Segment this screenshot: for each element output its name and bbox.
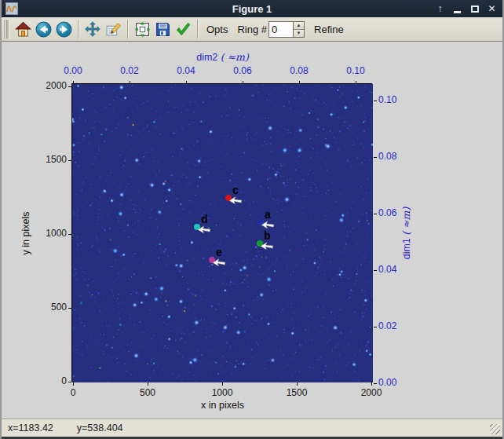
right-axis-tickmark xyxy=(374,327,377,327)
top-axis-tickmark xyxy=(299,81,300,84)
top-axis-tick: 0.00 xyxy=(56,65,90,76)
toolbar: Opts Ring # ▲ ▼ Refine xyxy=(2,17,502,42)
right-axis-tick: 0.10 xyxy=(378,94,396,105)
cursor-y-readout: y=538.404 xyxy=(77,423,123,434)
bottom-axis-tick: 1500 xyxy=(279,387,314,398)
bottom-axis-tick: 0 xyxy=(56,387,90,398)
toolbar-separator xyxy=(197,20,198,38)
bottom-axis-tickmark xyxy=(148,382,148,386)
refine-label[interactable]: Refine xyxy=(314,24,344,35)
ring-number-label: Ring # xyxy=(237,24,267,35)
maximize-icon xyxy=(471,5,479,13)
shade-button[interactable]: ↑ xyxy=(434,2,446,15)
left-axis-tickmark xyxy=(68,86,71,87)
bottom-axis-tick: 1000 xyxy=(205,387,239,398)
check-icon xyxy=(174,20,192,38)
right-axis-tick: 0.00 xyxy=(378,377,396,388)
top-axis-tickmark xyxy=(243,81,243,84)
edit-button[interactable] xyxy=(103,19,123,39)
top-axis-tick: 0.02 xyxy=(112,65,147,76)
right-axis-tickmark xyxy=(374,383,377,384)
bottom-axis-tickmark xyxy=(371,382,372,386)
cursor-x-readout: x=1183.42 xyxy=(8,423,53,434)
bottom-axis-label: x in pixels xyxy=(201,400,244,411)
top-axis-tick: 0.06 xyxy=(225,65,260,76)
minimize-icon xyxy=(454,11,461,13)
opts-label[interactable]: Opts xyxy=(206,24,228,35)
control-point-label-b: b xyxy=(264,230,271,241)
edit-icon xyxy=(105,21,122,38)
top-axis-label: dim2 ( ≈m) xyxy=(196,51,249,63)
control-point-label-c: c xyxy=(232,185,239,196)
home-icon xyxy=(15,21,31,38)
left-axis-tickmark xyxy=(68,382,71,382)
control-point-label-d: d xyxy=(201,214,208,225)
left-axis-tickmark xyxy=(68,160,71,161)
left-axis-label: y in pixels xyxy=(20,212,31,255)
control-point-label-e: e xyxy=(216,247,222,258)
bottom-axis-tickmark xyxy=(222,382,223,386)
statusbar: x=1183.42 y=538.404 xyxy=(2,419,502,437)
right-axis-tickmark xyxy=(374,101,377,101)
toolbar-separator xyxy=(127,20,128,38)
toolbar-separator xyxy=(78,20,79,38)
toolbar-grip[interactable] xyxy=(4,20,9,38)
left-axis-tickmark xyxy=(68,234,71,235)
minimize-button[interactable] xyxy=(451,2,463,15)
left-axis-tick: 0 xyxy=(31,375,67,386)
left-axis-tick: 1500 xyxy=(31,154,67,165)
subplots-icon xyxy=(134,21,151,38)
spin-down-button[interactable]: ▼ xyxy=(294,29,304,37)
detector-image-canvas[interactable] xyxy=(72,84,373,382)
top-axis-tickmark xyxy=(186,81,187,84)
left-axis-tick: 500 xyxy=(31,302,67,313)
top-axis-tickmark xyxy=(130,81,130,84)
top-axis-tickmark xyxy=(356,81,356,84)
apply-button[interactable] xyxy=(173,19,193,39)
save-button[interactable] xyxy=(152,19,173,39)
right-axis-tick: 0.06 xyxy=(378,207,396,218)
forward-button[interactable] xyxy=(53,19,74,39)
right-axis-tick: 0.02 xyxy=(378,320,396,331)
matplotlib-logo-icon xyxy=(5,2,18,15)
pan-button[interactable] xyxy=(82,19,103,39)
titlebar[interactable]: Figure 1 ↑ ✕ xyxy=(2,0,502,17)
close-button[interactable]: ✕ xyxy=(486,2,498,15)
top-axis-tick: 0.04 xyxy=(169,65,203,76)
forward-icon xyxy=(56,21,72,38)
right-axis-tickmark xyxy=(374,157,377,158)
resize-grip[interactable] xyxy=(490,424,500,434)
ring-number-spinbox: ▲ ▼ xyxy=(268,21,305,38)
right-axis-label: dim1 ( ≈m) xyxy=(400,207,412,260)
save-icon xyxy=(155,21,171,38)
figure-window: Figure 1 ↑ ✕ xyxy=(0,0,504,439)
left-axis-tick: 2000 xyxy=(31,80,67,91)
back-button[interactable] xyxy=(33,19,53,39)
figure-area: dim2 ( ≈m) x in pixels y in pixels dim1 … xyxy=(2,42,502,419)
right-axis-tickmark xyxy=(374,214,377,214)
right-axis-tickmark xyxy=(374,270,377,271)
bottom-axis-tick: 500 xyxy=(130,387,165,398)
top-axis-tick: 0.08 xyxy=(282,65,316,76)
top-axis-tickmark xyxy=(73,81,74,84)
top-axis-tick: 0.10 xyxy=(338,65,373,76)
maximize-button[interactable] xyxy=(469,2,480,15)
window-title: Figure 1 xyxy=(2,3,502,15)
left-axis-tick: 1000 xyxy=(31,228,67,239)
back-icon xyxy=(35,21,52,38)
subplots-button[interactable] xyxy=(132,19,152,39)
left-axis-tickmark xyxy=(68,308,71,309)
home-button[interactable] xyxy=(13,19,33,39)
right-axis-tick: 0.04 xyxy=(378,264,396,275)
control-point-label-a: a xyxy=(265,209,271,220)
pan-icon xyxy=(84,20,101,38)
plot-frame xyxy=(71,83,372,382)
spin-up-button[interactable]: ▲ xyxy=(294,22,304,29)
right-axis-tick: 0.08 xyxy=(378,151,396,162)
bottom-axis-tickmark xyxy=(73,382,74,386)
bottom-axis-tick: 2000 xyxy=(354,387,389,398)
bottom-axis-tickmark xyxy=(297,382,298,386)
ring-number-input[interactable] xyxy=(269,22,293,37)
